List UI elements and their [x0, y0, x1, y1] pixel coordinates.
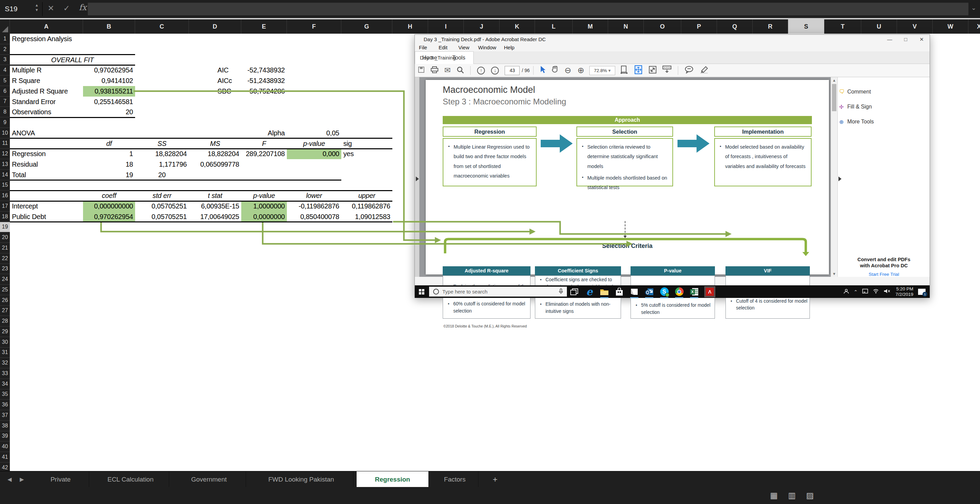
scroll-down-icon[interactable]: ▼ — [832, 272, 836, 276]
start-free-trial-link[interactable]: Start Free Trial — [838, 272, 930, 277]
cell-A3[interactable]: OVERALL FIT — [10, 55, 135, 65]
add-sheet-button[interactable]: + — [493, 475, 498, 484]
column-header-X[interactable]: X — [969, 19, 980, 34]
column-header-R[interactable]: R — [753, 19, 788, 34]
row-header-10[interactable]: 10 — [0, 128, 10, 138]
column-header-S[interactable]: S — [788, 19, 824, 34]
cell-D6[interactable]: SBC — [189, 86, 241, 97]
cancel-icon[interactable]: ✕ — [48, 4, 54, 13]
row-header-21[interactable]: 21 — [0, 243, 10, 254]
row-header-37[interactable]: 37 — [0, 410, 10, 421]
row-header-31[interactable]: 31 — [0, 347, 10, 358]
cell-B17[interactable]: 0,000000000 — [83, 201, 135, 212]
taskbar-search[interactable]: Type here to search — [429, 287, 567, 296]
next-page-icon[interactable]: ↓ — [491, 67, 499, 74]
scrollbar-thumb[interactable] — [832, 84, 837, 111]
sheet-tab-ecl-calculation[interactable]: ECL Calculation — [92, 471, 169, 487]
hand-tool-icon[interactable] — [552, 66, 558, 75]
cell-E16[interactable]: p-value — [241, 190, 287, 201]
column-header-I[interactable]: I — [428, 19, 464, 34]
column-header-N[interactable]: N — [608, 19, 644, 34]
cell-E5[interactable]: -51,2438932 — [241, 76, 287, 86]
column-header-W[interactable]: W — [933, 19, 969, 34]
enter-icon[interactable]: ✓ — [63, 4, 70, 13]
row-header-30[interactable]: 30 — [0, 337, 10, 347]
row-header-4[interactable]: 4 — [0, 65, 10, 76]
cell-D5[interactable]: AICc — [189, 76, 241, 86]
start-button[interactable] — [419, 289, 424, 295]
cell-E6[interactable]: -50,7524286 — [241, 86, 287, 97]
cell-A17[interactable]: Intercept — [10, 201, 83, 212]
row-header-41[interactable]: 41 — [0, 452, 10, 463]
zoom-in-icon[interactable]: ⊕ — [578, 66, 584, 75]
cell-F12[interactable]: 0,000 — [287, 149, 341, 159]
wifi-icon[interactable] — [873, 289, 879, 295]
nav-pane-expand-icon[interactable] — [416, 176, 419, 181]
cell-C13[interactable]: 1,171796 — [135, 159, 189, 170]
page-layout-view-icon[interactable]: ▥ — [788, 491, 796, 500]
row-header-22[interactable]: 22 — [0, 254, 10, 264]
row-header-1[interactable]: 1 — [0, 34, 10, 44]
name-box-spinner[interactable]: ▲▼ — [33, 3, 40, 16]
excel-icon[interactable]: X — [690, 287, 698, 296]
row-header-17[interactable]: 17 — [0, 201, 10, 212]
cell-B13[interactable]: 18 — [83, 159, 135, 170]
cell-D4[interactable]: AIC — [189, 65, 241, 76]
fx-icon[interactable]: fx — [79, 3, 86, 12]
row-header-14[interactable]: 14 — [0, 170, 10, 180]
column-header-M[interactable]: M — [573, 19, 608, 34]
cell-A14[interactable]: Total — [10, 170, 83, 180]
fit-width-icon[interactable] — [620, 66, 628, 75]
column-header-Q[interactable]: Q — [717, 19, 753, 34]
row-header-2[interactable]: 2 — [0, 44, 10, 55]
comment-bubble-icon[interactable] — [685, 66, 694, 75]
row-header-12[interactable]: 12 — [0, 149, 10, 159]
cell-G12[interactable]: yes — [341, 149, 392, 159]
file-explorer-icon[interactable] — [600, 287, 609, 296]
cell-B14[interactable]: 19 — [83, 170, 135, 180]
close-button[interactable]: ✕ — [914, 35, 930, 44]
cell-E18[interactable]: 0,0000000 — [241, 212, 287, 222]
menu-window[interactable]: Window — [478, 44, 496, 50]
row-header-6[interactable]: 6 — [0, 86, 10, 97]
column-header-C[interactable]: C — [135, 19, 189, 34]
cell-B6[interactable]: 0,938155211 — [83, 86, 135, 97]
store-icon[interactable] — [615, 287, 624, 296]
row-header-19[interactable]: 19 — [0, 222, 10, 233]
cell-E10[interactable]: Alpha — [241, 128, 287, 138]
cell-F11[interactable]: p-value — [287, 138, 341, 149]
row-header-8[interactable]: 8 — [0, 107, 10, 117]
tab-home[interactable]: Home — [422, 51, 437, 64]
tab-scroll-left-icon[interactable]: ◀ — [8, 476, 11, 483]
cell-D18[interactable]: 17,00649025 — [189, 212, 241, 222]
cell-D13[interactable]: 0,065099778 — [189, 159, 241, 170]
cell-C11[interactable]: SS — [135, 138, 189, 149]
cell-C17[interactable]: 0,05705251 — [135, 201, 189, 212]
select-all-corner[interactable] — [0, 19, 10, 34]
column-header-J[interactable]: J — [464, 19, 500, 34]
row-header-13[interactable]: 13 — [0, 159, 10, 170]
skype-icon[interactable]: S — [660, 287, 669, 296]
cell-A6[interactable]: Adjusted R Square — [10, 86, 83, 97]
sheet-tab-regression[interactable]: Regression — [356, 471, 428, 487]
notification-center-icon[interactable]: 1 — [918, 289, 926, 295]
scrollbar[interactable]: ▲ ▼ — [830, 77, 837, 277]
cell-D16[interactable]: t stat — [189, 190, 241, 201]
panel-collapse-icon[interactable] — [838, 176, 842, 181]
cell-A7[interactable]: Standard Error — [10, 97, 83, 107]
row-header-16[interactable]: 16 — [0, 190, 10, 201]
cell-B8[interactable]: 20 — [83, 107, 135, 117]
cell-E11[interactable]: F — [241, 138, 287, 149]
row-header-7[interactable]: 7 — [0, 97, 10, 107]
select-cursor-icon[interactable] — [540, 66, 546, 75]
menu-help[interactable]: Help — [504, 44, 514, 50]
row-header-3[interactable]: 3 — [0, 55, 10, 65]
cell-C12[interactable]: 18,828204 — [135, 149, 189, 159]
highlighter-icon[interactable] — [700, 66, 708, 75]
row-header-33[interactable]: 33 — [0, 368, 10, 379]
cell-C14[interactable]: 20 — [135, 170, 189, 180]
edge-icon[interactable]: e — [585, 287, 594, 296]
tray-expand-icon[interactable]: ⌃ — [854, 289, 858, 295]
cell-B4[interactable]: 0,970262954 — [83, 65, 135, 76]
formula-input[interactable] — [88, 3, 969, 15]
